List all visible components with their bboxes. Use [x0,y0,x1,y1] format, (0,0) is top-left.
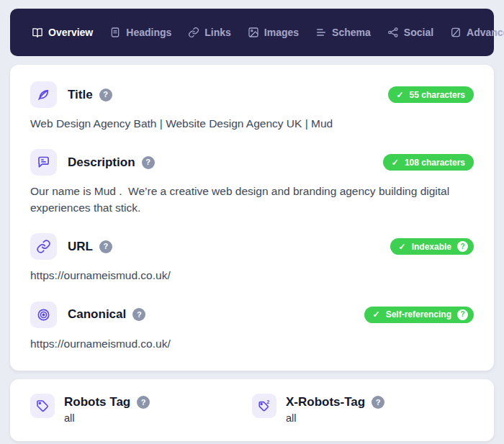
robots-card: Robots Tag ? all 2 X-Robots-Tag ? all [10,379,494,441]
help-icon[interactable]: ? [372,396,384,409]
badge-label: 55 characters [410,90,465,100]
link-icon [188,27,199,38]
help-glyph: ? [460,311,464,318]
url-status-badge: ✓ Indexable ? [390,238,474,255]
tab-label: Images [264,27,299,38]
help-glyph: ? [103,91,108,99]
section-label-title: Title [68,88,93,102]
tab-label: Headings [126,27,171,38]
tab-label: Schema [332,27,371,38]
help-icon[interactable]: ? [99,240,112,253]
image-icon [248,27,259,38]
chat-bubble-icon [30,149,57,176]
tab-links[interactable]: Links [188,27,231,38]
title-value: Web Design Agency Bath | Website Design … [30,116,465,132]
tab-label: Social [404,27,433,38]
overview-card: Title ? ✓ 55 characters Web Design Agenc… [10,65,494,371]
top-nav-bar: Overview Headings Links Images [10,9,494,56]
page-chart-icon [450,27,462,38]
canonical-section: Canonical ? ✓ Self-referencing ? https:/… [30,302,474,352]
description-value: Our name is Mud . We’re a creative web d… [30,184,465,216]
robots-tag-value: all [64,412,150,424]
x-robots-tag-label: X-Robots-Tag [286,395,365,409]
url-section: URL ? ✓ Indexable ? https://ournameismud… [30,233,474,284]
tab-advanced[interactable]: Advanced [450,27,504,38]
leaf-icon [30,81,57,108]
help-icon[interactable]: ? [137,396,150,409]
robots-tag-item: Robots Tag ? all [30,394,252,424]
help-icon[interactable]: ? [132,308,145,321]
help-glyph: ? [137,311,142,319]
section-label-url: URL [68,240,93,254]
tab-label: Advanced [467,27,504,38]
url-value: https://ournameismud.co.uk/ [30,268,465,284]
badge-help-icon[interactable]: ? [457,241,468,252]
check-icon: ✓ [392,158,399,167]
badge-label: 108 characters [405,158,465,168]
target-icon [30,302,57,328]
section-label-description: Description [68,155,135,170]
help-glyph: ? [460,243,464,250]
share-icon [387,27,399,38]
badge-label: Indexable [412,242,451,252]
badge-help-icon[interactable]: ? [457,309,468,320]
help-icon[interactable]: ? [142,156,155,169]
book-open-icon [32,27,43,38]
section-label-canonical: Canonical [68,307,126,322]
help-icon[interactable]: ? [99,89,112,101]
description-status-badge: ✓ 108 characters [383,154,474,171]
document-icon [109,27,121,38]
tab-images[interactable]: Images [248,27,299,38]
tab-schema[interactable]: Schema [315,27,371,38]
tab-label: Overview [48,27,93,38]
check-icon: ✓ [397,91,404,99]
x-robots-tag-value: all [286,412,384,424]
canonical-value: https://ournameismud.co.uk/ [30,336,465,352]
title-status-badge: ✓ 55 characters [388,86,474,103]
tab-headings[interactable]: Headings [109,27,171,38]
tab-overview[interactable]: Overview [32,27,93,38]
help-glyph: ? [104,243,109,250]
help-glyph: ? [145,158,150,166]
check-icon: ✓ [373,310,380,319]
title-section: Title ? ✓ 55 characters Web Design Agenc… [30,81,474,132]
list-icon [315,27,327,38]
tag-superscript-icon: 2 [252,394,276,418]
tab-social[interactable]: Social [387,27,433,38]
help-glyph: ? [376,399,381,407]
link-icon [30,233,57,260]
x-robots-tag-item: 2 X-Robots-Tag ? all [252,394,474,424]
tab-label: Links [204,27,231,38]
robots-tag-label: Robots Tag [64,395,130,409]
svg-text:2: 2 [266,399,269,405]
canonical-status-badge: ✓ Self-referencing ? [364,307,474,323]
help-glyph: ? [141,399,146,407]
check-icon: ✓ [399,243,406,251]
description-section: Description ? ✓ 108 characters Our name … [30,149,474,216]
badge-label: Self-referencing [386,309,451,320]
tag-icon [30,394,55,418]
